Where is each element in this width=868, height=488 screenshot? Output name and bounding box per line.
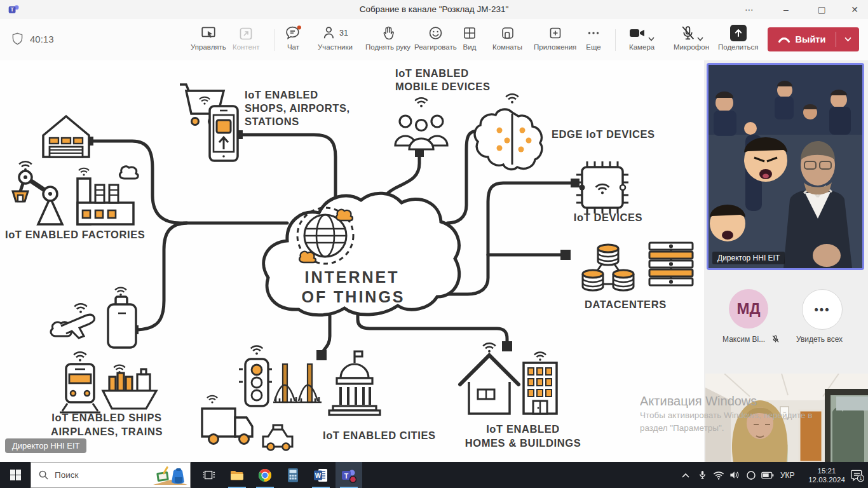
shared-screen-iot-diagram: INTERNET OF THINGS IoT ENABLED FACTORIES xyxy=(0,60,704,462)
tray-mic-icon[interactable] xyxy=(698,462,707,488)
tray-clock[interactable]: 15:21 12.03.2024 xyxy=(806,462,848,488)
label-cities: IoT ENABLED CITIES xyxy=(323,430,436,441)
mic-chevron-icon[interactable] xyxy=(697,37,703,41)
manage-button[interactable]: Управлять xyxy=(191,25,226,51)
label-ships-2: AIRPLANES, TRAINS xyxy=(51,426,163,437)
windows-activation-watermark: Активация Windows Чтобы активировать Win… xyxy=(640,393,812,435)
teams-icon: T xyxy=(341,468,356,483)
camera-icon xyxy=(629,25,654,41)
leave-label: Выйти xyxy=(796,34,826,44)
activation-line1: Чтобы активировать Windows, перейдите в xyxy=(640,409,812,422)
avatar-initials: МД xyxy=(736,300,760,318)
raise-hand-button[interactable]: Поднять руку xyxy=(365,25,410,51)
tray-wifi-icon[interactable] xyxy=(713,462,724,488)
smartphone-icon xyxy=(210,106,238,161)
leave-options-chevron[interactable] xyxy=(836,32,859,47)
truck-icon xyxy=(202,409,252,444)
chrome-button[interactable] xyxy=(252,462,278,488)
label-factories: IoT ENABLED FACTORIES xyxy=(5,229,145,240)
start-button[interactable] xyxy=(0,462,31,488)
factory-icon xyxy=(78,166,138,224)
search-icon xyxy=(39,470,48,480)
content-label: Контент xyxy=(233,43,260,51)
manage-screen-icon xyxy=(200,25,217,41)
camera-chevron-icon[interactable] xyxy=(648,37,654,41)
mic-button[interactable]: Микрофон xyxy=(674,25,709,51)
window-minimize-button[interactable]: – xyxy=(775,0,797,19)
databases-icon xyxy=(583,245,634,290)
view-grid-icon xyxy=(462,25,477,41)
toolbar-separator-2 xyxy=(615,29,616,51)
tray-teams-icon[interactable] xyxy=(746,462,756,488)
share-up-arrow-icon xyxy=(730,25,747,41)
calculator-button[interactable] xyxy=(280,462,306,488)
notification-icon: 1 xyxy=(850,468,864,482)
chat-icon xyxy=(285,25,302,41)
label-edge: EDGE IoT DEVICES xyxy=(552,128,655,140)
chrome-icon xyxy=(257,468,273,483)
tray-expand-chevron[interactable] xyxy=(681,462,690,488)
chat-button[interactable]: Чат xyxy=(285,25,302,51)
word-button[interactable]: W xyxy=(308,462,334,488)
participants-button[interactable]: 31 Участники xyxy=(318,25,353,51)
taskbar-search-input[interactable]: Поиск xyxy=(31,462,191,488)
apps-button[interactable]: Приложения xyxy=(534,25,576,51)
window-more-button[interactable]: ⋯ xyxy=(738,0,760,19)
speaker-video-tile[interactable]: Директор ННІ ЕІТ xyxy=(707,63,864,270)
label-shops-3: STATIONS xyxy=(245,116,299,127)
speaker-name-badge: Директор ННІ ЕІТ xyxy=(712,252,785,264)
robot-arm-icon xyxy=(13,171,62,224)
react-button[interactable]: Реагировать xyxy=(414,25,457,51)
train-icon xyxy=(60,364,100,412)
rooms-label: Комнаты xyxy=(492,43,522,51)
tray-time: 15:21 xyxy=(818,466,836,475)
tray-language[interactable]: УКР xyxy=(780,462,795,488)
participant-avatar[interactable]: МД xyxy=(729,289,768,329)
participant-mic-off-icon xyxy=(771,335,780,343)
svg-text:W: W xyxy=(315,472,322,479)
label-homes-1: IoT ENABLED xyxy=(486,423,560,435)
view-button[interactable]: Вид xyxy=(462,25,477,51)
speaker-video-content xyxy=(709,65,862,268)
react-smiley-icon xyxy=(428,25,444,41)
window-titlebar: T Собрание в канале "Розклад JM-231" ⋯ –… xyxy=(0,0,868,20)
windows-taskbar: Поиск xyxy=(0,462,868,488)
participants-icon: 31 xyxy=(322,25,348,41)
notification-count: 1 xyxy=(860,475,862,481)
file-explorer-button[interactable] xyxy=(224,462,250,488)
task-view-button[interactable] xyxy=(196,462,222,488)
window-close-button[interactable]: ✕ xyxy=(844,0,865,19)
content-button[interactable]: Контент xyxy=(233,25,260,51)
chat-label: Чат xyxy=(287,43,299,51)
word-icon: W xyxy=(313,468,329,483)
windows-logo-icon xyxy=(10,470,21,480)
more-label: Еще xyxy=(586,43,600,51)
notification-center-button[interactable]: 1 xyxy=(850,462,864,488)
label-center-2: OF THINGS xyxy=(301,288,405,306)
chat-alert-dot xyxy=(297,25,301,29)
share-label: Поделиться xyxy=(718,43,759,51)
calculator-icon xyxy=(286,468,300,483)
more-button[interactable]: Еще xyxy=(586,25,601,51)
raise-hand-label: Поднять руку xyxy=(365,43,410,51)
shield-icon xyxy=(11,32,24,46)
capitol-icon xyxy=(329,351,380,415)
brain-icon xyxy=(475,109,542,169)
tray-battery-icon[interactable] xyxy=(761,462,774,488)
suitcase-icon xyxy=(108,297,136,348)
rooms-button[interactable]: Комнаты xyxy=(492,25,522,51)
bridge-icon xyxy=(273,364,322,402)
leave-button[interactable]: Выйти xyxy=(768,27,859,51)
window-maximize-button[interactable]: ▢ xyxy=(811,0,832,19)
meeting-toolbar: 40:13 Управлять Контент Чат 31 Участники… xyxy=(0,19,868,61)
share-button[interactable]: Поделиться xyxy=(718,25,759,51)
more-dots-icon xyxy=(586,25,601,41)
see-all-dots-icon: ••• xyxy=(815,303,831,316)
tray-volume-icon[interactable] xyxy=(729,462,740,488)
teams-taskbar-button[interactable]: T xyxy=(336,462,362,488)
see-all-button[interactable]: ••• xyxy=(802,289,843,330)
iot-diagram: INTERNET OF THINGS IoT ENABLED FACTORIES xyxy=(0,60,704,462)
airplane-icon xyxy=(51,315,95,338)
hangup-icon xyxy=(778,36,790,43)
camera-button[interactable]: Камера xyxy=(629,25,654,51)
